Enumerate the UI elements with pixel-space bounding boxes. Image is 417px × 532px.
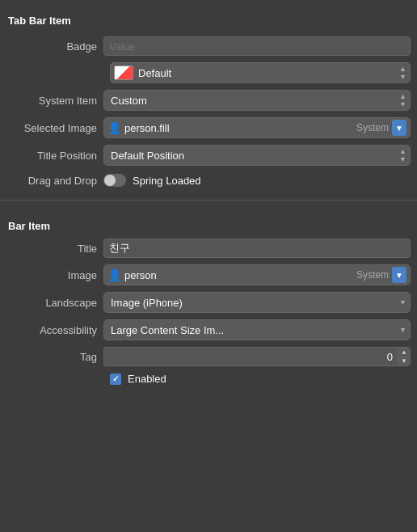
bar-item-section: Bar Item Title Image 👤 person System ▼ L… <box>0 204 417 393</box>
bar-image-chevron-down-icon: ▼ <box>395 271 403 280</box>
accessibility-label: Accessibility <box>6 324 103 336</box>
bar-image-tag: System <box>356 269 389 281</box>
selected-image-control: 👤 person.fill System ▼ <box>103 117 411 138</box>
landscape-control: Image (iPhone) ▼ <box>103 292 411 313</box>
bar-title-label: Title <box>6 243 103 255</box>
landscape-label: Landscape <box>6 297 103 309</box>
selected-image-arrow-btn[interactable]: ▼ <box>392 120 406 136</box>
toggle-knob <box>104 175 116 186</box>
tag-stepper-buttons: ▲ ▼ <box>398 347 411 366</box>
bar-title-input[interactable] <box>103 239 411 258</box>
color-chevron-down[interactable]: ▼ <box>399 74 406 81</box>
tag-stepper: ▲ ▼ <box>103 347 411 366</box>
bar-image-arrow-btn[interactable]: ▼ <box>392 267 406 283</box>
tab-bar-item-title: Tab Bar Item <box>0 8 417 33</box>
badge-control <box>103 36 411 56</box>
checkmark-icon: ✓ <box>112 374 119 383</box>
title-position-control: Default Position ▲ ▼ <box>103 145 411 166</box>
bar-image-label: Image <box>6 269 103 281</box>
selected-image-person-icon: 👤 <box>107 121 121 134</box>
title-position-label: Title Position <box>6 150 103 162</box>
title-position-row: Title Position Default Position ▲ ▼ <box>0 141 417 169</box>
selected-image-row: Selected Image 👤 person.fill System ▼ <box>0 114 417 141</box>
system-item-label: System Item <box>6 95 103 107</box>
spring-loaded-label: Spring Loaded <box>133 175 201 187</box>
tag-label: Tag <box>6 351 103 363</box>
spring-loaded-toggle-row: Spring Loaded <box>103 174 411 187</box>
selected-image-chevron-down-icon: ▼ <box>395 124 403 133</box>
tag-row: Tag ▲ ▼ <box>0 344 417 369</box>
color-swatch[interactable] <box>114 65 133 80</box>
tag-increment-button[interactable]: ▲ <box>398 348 410 357</box>
color-default-label: Default <box>138 67 399 79</box>
color-default-row: Default ▲ ▼ <box>0 59 417 87</box>
tag-input[interactable] <box>103 347 398 366</box>
spring-loaded-toggle[interactable] <box>103 174 126 187</box>
landscape-row: Landscape Image (iPhone) ▼ <box>0 289 417 316</box>
drag-and-drop-row: Drag and Drop Spring Loaded <box>0 169 417 192</box>
color-chevron-up[interactable]: ▲ <box>399 65 406 73</box>
enabled-checkbox[interactable]: ✓ <box>110 374 121 385</box>
enabled-checkbox-row: ✓ Enabled <box>110 373 411 385</box>
tab-bar-item-section: Tab Bar Item Badge Default ▲ ▼ System It… <box>0 0 417 196</box>
color-default-arrows[interactable]: ▲ ▼ <box>399 65 406 81</box>
selected-image-name: person.fill <box>124 122 356 134</box>
bar-item-title: Bar Item <box>0 212 417 235</box>
bar-image-row: Image 👤 person System ▼ <box>0 261 417 289</box>
accessibility-row: Accessibility Large Content Size Im... ▼ <box>0 316 417 344</box>
color-default-control[interactable]: Default ▲ ▼ <box>110 62 411 83</box>
selected-image-field[interactable]: 👤 person.fill System ▼ <box>103 117 411 138</box>
badge-label: Badge <box>6 40 103 53</box>
bar-title-control <box>103 239 411 258</box>
bar-image-person-icon: 👤 <box>107 268 121 281</box>
tag-decrement-button[interactable]: ▼ <box>398 357 410 366</box>
badge-input[interactable] <box>103 36 411 56</box>
landscape-select[interactable]: Image (iPhone) <box>103 292 411 313</box>
bar-image-control: 👤 person System ▼ <box>103 264 411 285</box>
drag-and-drop-label: Drag and Drop <box>6 175 103 187</box>
tag-control: ▲ ▼ <box>103 347 411 366</box>
accessibility-control: Large Content Size Im... ▼ <box>103 319 411 340</box>
bar-title-row: Title <box>0 235 417 261</box>
section-divider <box>0 200 417 201</box>
enabled-row: ✓ Enabled <box>0 369 417 388</box>
enabled-label: Enabled <box>128 373 166 385</box>
system-item-row: System Item Custom ▲ ▼ <box>0 87 417 114</box>
bar-image-name: person <box>124 269 356 281</box>
selected-image-tag: System <box>356 122 389 133</box>
drag-and-drop-control: Spring Loaded <box>103 174 411 187</box>
accessibility-select[interactable]: Large Content Size Im... <box>103 319 411 340</box>
title-position-select[interactable]: Default Position <box>103 145 411 166</box>
badge-row: Badge <box>0 33 417 59</box>
system-item-control: Custom ▲ ▼ <box>103 90 411 111</box>
selected-image-label: Selected Image <box>6 122 103 134</box>
system-item-select[interactable]: Custom <box>103 90 411 111</box>
bar-image-field[interactable]: 👤 person System ▼ <box>103 264 411 285</box>
